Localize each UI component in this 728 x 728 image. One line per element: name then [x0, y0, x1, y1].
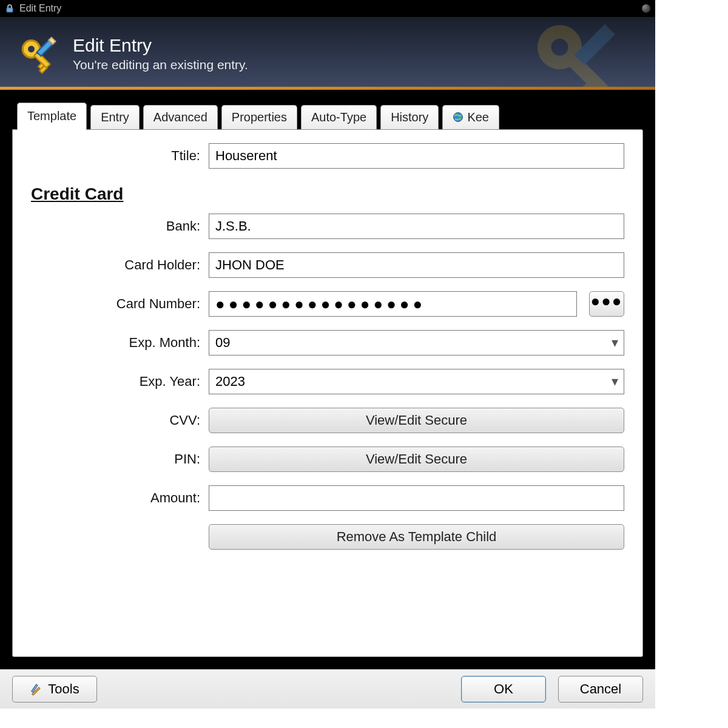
menu-bullet-icon[interactable]: [642, 4, 650, 13]
exp-month-label: Exp. Month:: [31, 335, 204, 351]
tools-button[interactable]: Tools: [12, 676, 97, 703]
tools-button-label: Tools: [48, 681, 79, 697]
dialog-body: Template Entry Advanced Properties Auto-…: [0, 90, 655, 669]
card-number-input[interactable]: ●●●●●●●●●●●●●●●●: [209, 291, 577, 317]
lock-icon: [5, 4, 15, 13]
card-holder-label: Card Holder:: [31, 257, 204, 273]
exp-year-label: Exp. Year:: [31, 374, 204, 389]
card-number-label: Card Number:: [31, 296, 204, 312]
bank-label: Bank:: [31, 218, 204, 234]
amount-input[interactable]: [209, 485, 624, 511]
tab-template[interactable]: Template: [17, 103, 87, 130]
cancel-button[interactable]: Cancel: [558, 676, 643, 703]
key-edit-icon: [17, 32, 59, 75]
tabstrip: Template Entry Advanced Properties Auto-…: [12, 102, 643, 129]
dialog-header: Edit Entry You're editing an existing en…: [0, 17, 655, 90]
edit-entry-window: Edit Entry: [0, 0, 655, 709]
dialog-title: Edit Entry: [73, 35, 248, 55]
pin-label: PIN:: [31, 451, 204, 467]
title-input[interactable]: [209, 143, 624, 169]
dialog-footer: Tools OK Cancel: [0, 669, 655, 709]
exp-year-input[interactable]: [209, 369, 624, 394]
title-label: Ttile:: [31, 148, 204, 164]
amount-label: Amount:: [31, 490, 204, 506]
tab-template-page: Ttile: Credit Card Bank: Card Holder: Ca…: [12, 129, 643, 657]
svg-point-15: [454, 113, 463, 122]
exp-month-input[interactable]: [209, 330, 624, 356]
cvv-view-edit-button[interactable]: View/Edit Secure: [209, 408, 624, 433]
tab-history[interactable]: History: [380, 105, 439, 130]
cvv-label: CVV:: [31, 413, 204, 428]
dialog-subtitle: You're editing an existing entry.: [73, 58, 248, 72]
header-watermark-key-icon: [523, 17, 632, 90]
tab-properties[interactable]: Properties: [221, 105, 297, 130]
exp-year-combo[interactable]: ▾: [209, 369, 624, 394]
svg-rect-0: [7, 8, 13, 12]
tab-advanced[interactable]: Advanced: [143, 105, 218, 130]
card-holder-input[interactable]: [209, 252, 624, 278]
remove-as-template-child-button[interactable]: Remove As Template Child: [209, 524, 624, 550]
window-title: Edit Entry: [19, 0, 61, 17]
titlebar: Edit Entry: [0, 0, 655, 17]
tab-entry[interactable]: Entry: [90, 105, 140, 130]
exp-month-combo[interactable]: ▾: [209, 330, 624, 356]
reveal-card-number-button[interactable]: ●●●: [589, 291, 624, 317]
tools-icon: [30, 682, 43, 696]
section-credit-card: Credit Card: [31, 169, 624, 211]
ok-button[interactable]: OK: [461, 676, 546, 703]
tab-kee[interactable]: Kee: [442, 105, 499, 130]
tab-autotype[interactable]: Auto-Type: [301, 105, 377, 130]
pin-view-edit-button[interactable]: View/Edit Secure: [209, 447, 624, 472]
globe-icon: [453, 112, 463, 123]
bank-input[interactable]: [209, 214, 624, 239]
